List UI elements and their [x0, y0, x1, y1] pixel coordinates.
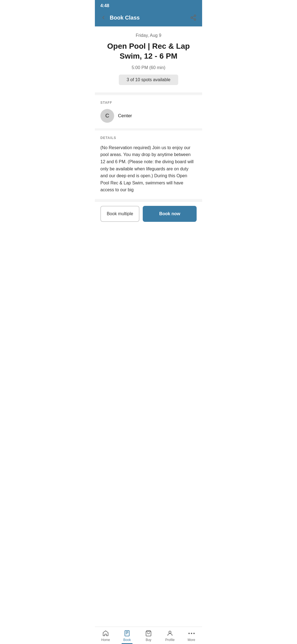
details-section: DETAILS (No Reservation required) Join u… — [95, 130, 202, 199]
svg-line-3 — [193, 18, 194, 19]
back-button[interactable] — [99, 13, 108, 22]
staff-name: Center — [118, 113, 132, 119]
status-time: 4:48 — [100, 3, 109, 8]
staff-section: STAFF C Center — [95, 95, 202, 128]
staff-avatar: C — [100, 109, 114, 123]
class-time: 5:00 PM (60 min) — [100, 65, 197, 70]
book-now-button[interactable]: Book now — [143, 206, 197, 222]
book-multiple-button[interactable]: Book multiple — [100, 206, 139, 222]
class-info-section: Friday, Aug 9 Open Pool | Rec & Lap Swim… — [95, 26, 202, 93]
details-section-label: DETAILS — [100, 136, 197, 140]
svg-line-4 — [193, 16, 194, 17]
header-title: Book Class — [110, 15, 140, 21]
share-button[interactable] — [189, 13, 198, 22]
class-title: Open Pool | Rec & Lap Swim, 12 - 6 PM — [100, 41, 197, 61]
status-bar: 4:48 — [95, 0, 202, 10]
action-buttons: Book multiple Book now — [95, 201, 202, 226]
main-content: Friday, Aug 9 Open Pool | Rec & Lap Swim… — [95, 26, 202, 226]
staff-item: C Center — [100, 109, 197, 123]
staff-initial: C — [105, 113, 109, 119]
header-left: Book Class — [99, 13, 140, 22]
header: Book Class — [95, 10, 202, 26]
class-date: Friday, Aug 9 — [100, 33, 197, 38]
details-text: (No Reservation required) Join us to enj… — [100, 144, 197, 193]
staff-section-label: STAFF — [100, 101, 197, 105]
spots-available-badge: 3 of 10 spots available — [119, 75, 178, 85]
